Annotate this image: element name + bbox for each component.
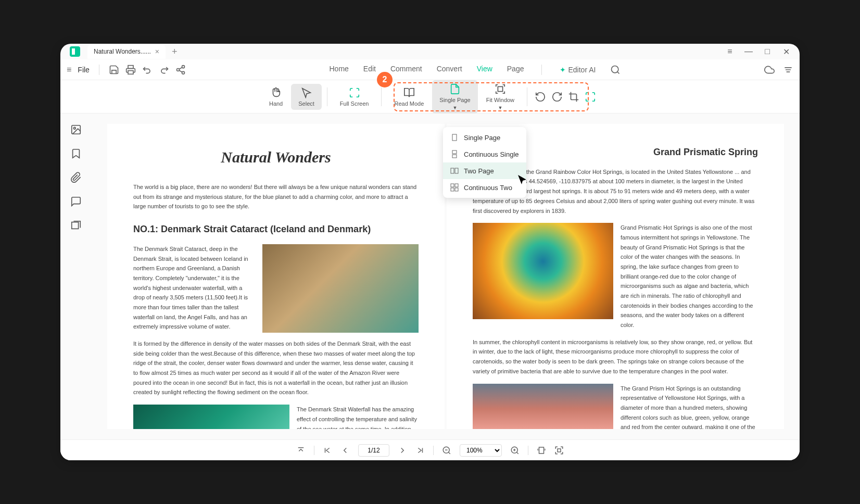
svg-rect-15: [452, 155, 457, 158]
section-heading: NO.1: Denmark Strait Cataract (Iceland a…: [133, 222, 419, 237]
svg-rect-36: [558, 449, 561, 452]
add-tab-button[interactable]: +: [172, 46, 178, 57]
rotate-right-tool[interactable]: [549, 88, 565, 106]
dropdown-continuous-single[interactable]: Continuous Single: [443, 146, 526, 162]
svg-rect-17: [455, 168, 458, 173]
two-page-icon: [450, 167, 459, 175]
svg-rect-16: [451, 168, 454, 173]
zoom-in-icon[interactable]: [510, 446, 520, 455]
menu-edit[interactable]: Edit: [363, 65, 376, 75]
svg-rect-21: [455, 188, 458, 191]
fit-page-icon[interactable]: [554, 446, 564, 455]
app-logo: [70, 46, 80, 57]
rotate-right-icon: [551, 91, 563, 103]
menu-editor-ai[interactable]: ✦ Editor AI: [560, 65, 596, 75]
crop-icon: [568, 91, 579, 103]
fullscreen-tool[interactable]: Full Screen: [333, 84, 376, 110]
close-window-icon[interactable]: ✕: [782, 47, 790, 56]
cloud-icon[interactable]: [764, 65, 775, 75]
last-page-icon[interactable]: [415, 446, 425, 455]
svg-rect-12: [498, 86, 502, 91]
share-icon[interactable]: [175, 65, 186, 75]
svg-point-7: [612, 66, 618, 72]
menu-icon[interactable]: ≡: [67, 65, 71, 74]
minimize-icon[interactable]: —: [744, 47, 753, 56]
annotation-badge: 2: [377, 72, 393, 87]
svg-line-8: [617, 71, 619, 73]
hand-tool[interactable]: Hand: [262, 84, 290, 110]
page-1: Natural Wonders The world is a big place…: [107, 124, 445, 429]
svg-rect-19: [455, 184, 458, 187]
zoom-out-icon[interactable]: [442, 446, 451, 455]
svg-rect-20: [451, 188, 454, 191]
paragraph: It is formed by the difference in densit…: [133, 339, 419, 397]
svg-line-34: [517, 452, 518, 453]
expand-icon: [585, 91, 596, 103]
search-icon[interactable]: [610, 65, 621, 75]
page-number-input[interactable]: [358, 444, 389, 457]
close-tab-icon[interactable]: ×: [155, 47, 159, 56]
comments-icon[interactable]: [70, 196, 82, 207]
menu-convert[interactable]: Convert: [437, 65, 462, 75]
menubar: ≡ File Home Edit Comment Convert View Pa…: [60, 59, 800, 80]
book-icon: [403, 87, 415, 98]
file-menu[interactable]: File: [78, 66, 90, 74]
single-page-icon: [450, 133, 459, 142]
first-page-icon[interactable]: [323, 446, 332, 455]
thumbnails-icon[interactable]: [70, 124, 82, 135]
svg-rect-13: [452, 134, 457, 141]
menu-comment[interactable]: Comment: [390, 65, 422, 75]
layers-icon[interactable]: [70, 220, 82, 231]
select-tool[interactable]: Select: [291, 84, 322, 110]
menu-view[interactable]: View: [477, 65, 492, 75]
next-page-icon[interactable]: [398, 446, 407, 455]
fitwindow-tool[interactable]: Fit Window ▼: [479, 80, 522, 114]
svg-point-3: [176, 68, 179, 71]
save-icon[interactable]: [109, 65, 119, 75]
document-tab[interactable]: Natural Wonders...... ×: [87, 44, 166, 59]
sparkle-icon: ✦: [560, 66, 566, 74]
dropdown-continuous-two[interactable]: Continuous Two: [443, 179, 526, 196]
maximize-icon[interactable]: □: [763, 47, 772, 56]
svg-line-5: [179, 67, 182, 69]
attachment-icon[interactable]: [70, 172, 82, 183]
prev-page-icon[interactable]: [340, 446, 350, 455]
fit-width-icon[interactable]: [537, 446, 546, 455]
bookmark-icon[interactable]: [70, 148, 82, 159]
view-toolbar: Hand Select Full Screen Read Mode Single…: [60, 80, 800, 114]
hamburger-icon[interactable]: ≡: [726, 47, 734, 56]
svg-rect-24: [72, 222, 79, 229]
hand-icon: [270, 87, 282, 98]
cursor-icon: [301, 87, 312, 98]
bottom-toolbar: 100%: [60, 439, 800, 460]
left-sidebar: [60, 114, 92, 439]
hot-springs-image: [473, 384, 613, 429]
dropdown-single-page[interactable]: Single Page: [443, 129, 526, 146]
titlebar: Natural Wonders...... × + ≡ — □ ✕: [60, 44, 800, 59]
expand-tool[interactable]: [583, 88, 598, 106]
svg-rect-35: [539, 447, 544, 453]
menu-page[interactable]: Page: [507, 65, 524, 75]
svg-rect-0: [128, 70, 133, 74]
redo-icon[interactable]: [159, 65, 169, 75]
readmode-tool[interactable]: Read Mode: [387, 84, 431, 110]
cursor-pointer-icon: [516, 174, 528, 190]
scroll-top-icon[interactable]: [296, 446, 306, 455]
singlepage-tool[interactable]: Single Page ▼: [432, 80, 477, 114]
page-layout-dropdown: Single Page Continuous Single Two Page C…: [443, 127, 526, 198]
prismatic-spring-image: [473, 223, 613, 319]
svg-point-4: [182, 71, 184, 74]
svg-point-23: [73, 127, 75, 129]
settings-lines-icon[interactable]: [783, 65, 793, 75]
svg-rect-1: [128, 65, 133, 68]
intro-paragraph: The world is a big place, there are no w…: [133, 182, 419, 211]
dropdown-two-page[interactable]: Two Page: [443, 162, 526, 179]
zoom-select[interactable]: 100%: [460, 444, 502, 457]
continuous-two-icon: [450, 183, 459, 192]
fullscreen-icon: [349, 87, 360, 98]
print-icon[interactable]: [125, 65, 136, 75]
crop-tool[interactable]: [566, 88, 581, 106]
menu-home[interactable]: Home: [329, 65, 348, 75]
rotate-left-tool[interactable]: [533, 88, 548, 106]
undo-icon[interactable]: [142, 65, 153, 75]
